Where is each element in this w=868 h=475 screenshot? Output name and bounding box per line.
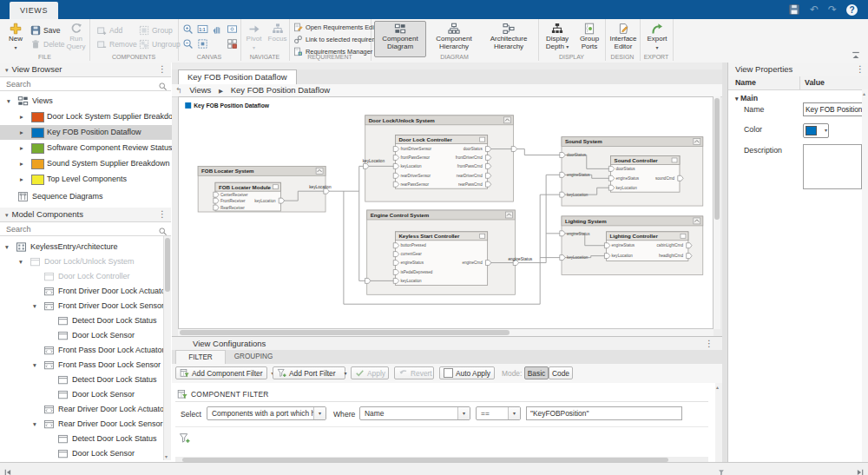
model-item-rear-driver-door-lock-actuator[interactable]: Rear Driver Door Lock Actuator: [0, 402, 163, 417]
frame-button[interactable]: [226, 23, 240, 36]
component-diagram-button[interactable]: Component Diagram: [374, 21, 426, 57]
keyless-start-controller-block[interactable]: Keyless Start Controller: [395, 232, 487, 286]
model-item-front-pass-door-lock-sensor[interactable]: ▾ Front Pass Door Lock Sensor: [0, 358, 163, 373]
model-item-door-lock-sensor[interactable]: Door Lock Sensor: [0, 387, 163, 402]
revert-button[interactable]: Revert: [394, 366, 434, 379]
filter-value-input[interactable]: [526, 406, 682, 420]
properties-scrollbar[interactable]: ▴: [862, 89, 868, 462]
export-button[interactable]: Export▾: [642, 21, 672, 57]
help-icon[interactable]: ?: [846, 4, 858, 16]
description-field[interactable]: [803, 144, 862, 189]
save-button[interactable]: Save: [30, 24, 60, 36]
collapse-right-panel-icon[interactable]: [856, 465, 865, 473]
architecture-diagram[interactable]: Key FOB Position Dataflow FOB Locater Sy…: [179, 97, 713, 328]
model-item-detect-door-lock-status[interactable]: Detect Door Lock Status: [0, 313, 163, 328]
mode-basic-button[interactable]: Basic: [524, 366, 549, 379]
save-icon[interactable]: [788, 3, 800, 16]
view-properties-header[interactable]: View Properties ⋮: [728, 63, 868, 77]
model-item-detect-door-lock-status[interactable]: Detect Door Lock Status: [0, 373, 163, 387]
group-button[interactable]: Group: [139, 24, 173, 36]
model-tree-scrollbar[interactable]: ▾: [163, 236, 171, 460]
model-item-front-driver-door-lock-actuator[interactable]: Front Driver Door Lock Actuator: [0, 284, 163, 299]
canvas-vertical-scrollbar[interactable]: [713, 96, 720, 329]
select-dropdown[interactable]: Components with a port which have a... ▾: [207, 406, 326, 420]
remove-button[interactable]: Remove: [96, 38, 137, 49]
add-filter-row-icon[interactable]: [179, 432, 190, 443]
view-configurations-menu-icon[interactable]: ⋮: [705, 337, 713, 351]
model-item-front-driver-door-lock-sensor[interactable]: ▾ Front Driver Door Lock Sensor: [0, 299, 163, 313]
auto-apply-checkbox[interactable]: [444, 368, 453, 378]
model-item-door-lock-unlock-system[interactable]: ▾ Door Lock/Unlock System: [0, 254, 163, 269]
main-group-row[interactable]: ▾ Main: [735, 94, 758, 102]
filter-vertical-scrollbar[interactable]: ▴: [715, 383, 722, 463]
model-item-rear-driver-door-lock-sensor[interactable]: ▾ Rear Driver Door Lock Sensor: [0, 417, 163, 432]
output-port[interactable]: [511, 147, 516, 152]
zoom-one-to-one-button[interactable]: 1:1: [196, 23, 210, 36]
model-item-door-lock-sensor[interactable]: Door Lock Sensor: [0, 446, 163, 460]
model-item-front-pass-door-lock-actuator[interactable]: Front Pass Door Lock Actuator: [0, 343, 163, 358]
add-port-filter-button[interactable]: Add Port Filter ▾: [273, 366, 345, 379]
tab-filter[interactable]: FILTER: [175, 350, 226, 365]
fit-to-view-button[interactable]: [196, 37, 210, 50]
zoom-in-button[interactable]: [181, 23, 195, 36]
collapse-left-panel-icon[interactable]: [3, 465, 12, 473]
model-components-search-input[interactable]: [4, 223, 145, 235]
collapse-block-icon[interactable]: [694, 139, 700, 145]
color-dropdown[interactable]: ▾: [803, 123, 829, 138]
door-lock-controller-block[interactable]: Door Lock Controller: [395, 135, 487, 189]
overview-button[interactable]: [226, 37, 240, 50]
open-requirements-editor-button[interactable]: Open Requirements Editor: [293, 22, 382, 32]
tab-grouping[interactable]: GROUPING: [226, 350, 281, 364]
operator-dropdown[interactable]: == ▾: [476, 406, 521, 420]
new-button[interactable]: New▾: [2, 21, 30, 57]
view-item-software-component-review-status[interactable]: ▸ Software Component Review Status: [0, 141, 172, 155]
zoom-out-button[interactable]: [181, 37, 195, 50]
add-button[interactable]: Add: [96, 24, 122, 36]
view-properties-menu-icon[interactable]: ⋮: [856, 63, 865, 76]
model-item-door-lock-controller[interactable]: Door Lock Controller: [0, 269, 163, 284]
breadcrumb-root[interactable]: Views: [189, 85, 211, 95]
collapse-block-icon[interactable]: [316, 168, 323, 174]
focus-button[interactable]: Focus: [266, 21, 289, 57]
collapse-block-icon[interactable]: [505, 212, 512, 218]
model-item-detect-door-lock-status[interactable]: Detect Door Lock Status: [0, 432, 163, 446]
model-components-header[interactable]: ▾Model Components ⋮: [0, 208, 171, 222]
view-item-sound-system-supplier-breakdown[interactable]: ▸ Sound System Supplier Breakdown: [0, 156, 172, 171]
view-name-input[interactable]: [803, 102, 867, 116]
component-hierarchy-button[interactable]: Component Hierarchy: [428, 21, 480, 57]
display-depth-button[interactable]: Display Depth ▾: [540, 21, 575, 57]
collapse-block-icon[interactable]: [694, 218, 700, 224]
views-root[interactable]: ▾ Views: [0, 94, 172, 109]
interface-editor-button[interactable]: Interface Editor: [607, 21, 640, 57]
add-component-filter-button[interactable]: Add Component Filter ▾: [175, 366, 267, 379]
canvas-horizontal-scrollbar[interactable]: [178, 329, 713, 336]
apply-button[interactable]: Apply: [351, 366, 389, 379]
collapse-ribbon-icon[interactable]: [851, 49, 861, 59]
field-dropdown[interactable]: Name ▾: [359, 406, 470, 420]
ungroup-button[interactable]: Ungroup: [139, 38, 181, 49]
view-browser-search[interactable]: [0, 77, 171, 91]
mode-code-button[interactable]: Code: [549, 366, 573, 379]
pan-button[interactable]: [211, 23, 225, 36]
architecture-hierarchy-button[interactable]: Architecture Hierarchy: [482, 21, 536, 57]
view-item-key-fob-position-dataflow[interactable]: ▸ Key FOB Position Dataflow: [0, 125, 172, 140]
model-components-search[interactable]: [0, 222, 171, 236]
view-browser-menu-icon[interactable]: ⋮: [158, 63, 167, 76]
undo-icon[interactable]: ↶: [810, 3, 819, 16]
diagram-canvas[interactable]: Key FOB Position Dataflow FOB Locater Sy…: [178, 96, 713, 329]
redo-icon[interactable]: ↷: [828, 3, 837, 16]
group-ports-button[interactable]: Group Ports: [575, 21, 604, 57]
view-configurations-header[interactable]: View Configurations ⋮: [172, 337, 722, 350]
pivot-button[interactable]: Pivot▾: [242, 21, 266, 57]
run-query-button[interactable]: Run Query: [62, 21, 89, 57]
sequence-diagrams-item[interactable]: Sequence Diagrams: [0, 189, 172, 204]
tab-views[interactable]: VIEWS: [10, 2, 58, 19]
collapse-block-icon[interactable]: [503, 117, 510, 123]
view-item-top-level-components[interactable]: ▸ Top Level Components: [0, 172, 172, 187]
delete-button[interactable]: Delete: [30, 38, 65, 49]
model-components-menu-icon[interactable]: ⋮: [158, 208, 167, 221]
document-tab[interactable]: Key FOB Position Dataflow: [178, 69, 297, 84]
view-browser-search-input[interactable]: [4, 78, 145, 90]
view-browser-header[interactable]: ▾View Browser ⋮: [0, 63, 171, 77]
auto-apply-toggle[interactable]: Auto Apply: [439, 366, 495, 379]
